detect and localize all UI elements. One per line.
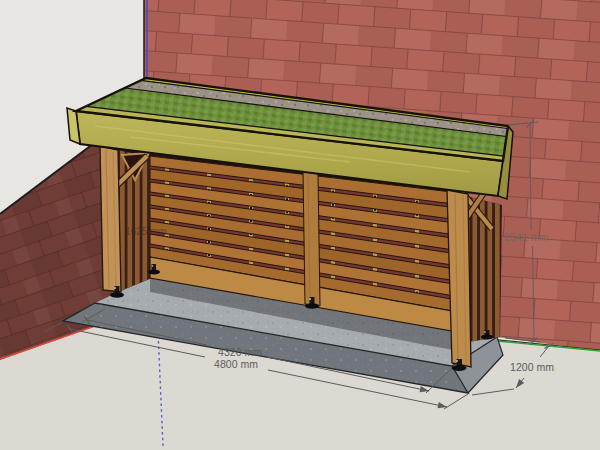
sketchup-viewport[interactable]: 4320 mm 4800 mm 1200 mm 2541 mm 1625 mm xyxy=(0,0,600,450)
label-depth[interactable]: 1200 mm xyxy=(510,361,554,373)
label-width-outer[interactable]: 4800 mm xyxy=(214,358,258,370)
left-corner-post[interactable] xyxy=(100,146,121,292)
label-height[interactable]: 2541 mm xyxy=(504,231,548,243)
label-height-hidden: 1625 mm xyxy=(125,226,167,237)
center-post[interactable] xyxy=(303,172,320,306)
label-width-inner[interactable]: 4320 mm xyxy=(218,346,262,358)
